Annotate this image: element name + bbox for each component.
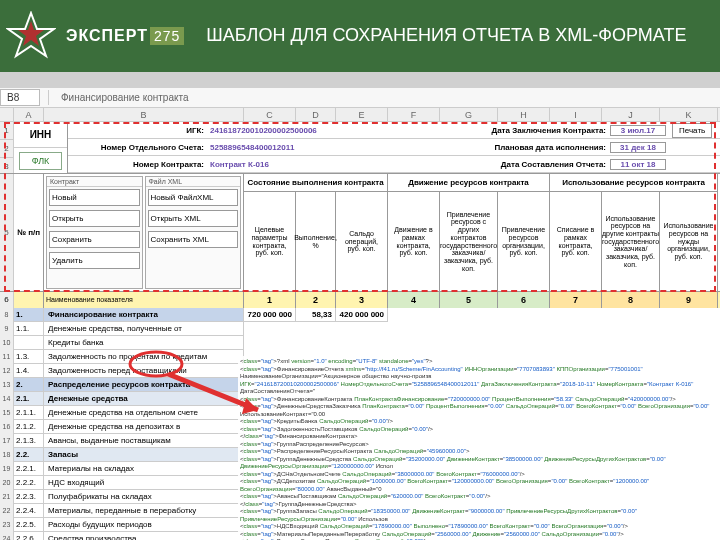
ctx-new-button[interactable]: Новый: [49, 189, 140, 206]
spreadsheet-area: 123 ИНН ФЛК ИГК:241618720010200002500006…: [0, 122, 720, 540]
ctx-open-button[interactable]: Открыть: [49, 210, 140, 227]
formula-bar: B8 Финансирование контракта: [0, 88, 720, 108]
inn-label: ИНН: [14, 122, 67, 148]
row-num-header: № п/п: [14, 174, 44, 291]
ctx-save-button[interactable]: Сохранить: [49, 231, 140, 248]
ctx-save-xml-button[interactable]: Сохранить XML: [148, 231, 239, 248]
page-title: ШАБЛОН ДЛЯ СОХРАНЕНИЯ ОТЧЕТА В XML-ФОРМА…: [206, 25, 686, 47]
cell-reference-box[interactable]: B8: [0, 89, 40, 106]
xml-preview-overlay: <class="tag">?xml version="1.0" encoding…: [238, 356, 720, 540]
star-logo-icon: [6, 11, 56, 61]
ribbon-placeholder: [0, 72, 720, 88]
brand-name: ЭКСПЕРТ275: [66, 27, 184, 45]
number-header-row: 6 Наименование показателя 1 2 3 4 5 6 7 …: [0, 292, 720, 308]
print-button[interactable]: Печать: [672, 123, 712, 138]
ctx-open-xml-button[interactable]: Открыть XML: [148, 210, 239, 227]
flk-button[interactable]: ФЛК: [19, 152, 63, 170]
ctx-delete-button[interactable]: Удалить: [49, 252, 140, 269]
table-row[interactable]: 81.Финансирование контракта720 000 00058…: [0, 308, 720, 322]
table-row[interactable]: 91.1.Денежные средства, полученные от: [0, 322, 720, 336]
app-header: ЭКСПЕРТ275 ШАБЛОН ДЛЯ СОХРАНЕНИЯ ОТЧЕТА …: [0, 0, 720, 72]
table-row[interactable]: 10Кредиты банка: [0, 336, 720, 350]
column-headers: A B C D E F G H I J K: [0, 108, 720, 122]
cell-value-display: Финансирование контракта: [48, 90, 201, 105]
ctx-new-xml-button[interactable]: Новый ФайлXML: [148, 189, 239, 206]
context-menu-panel: Контракт Новый Открыть Сохранить Удалить…: [44, 174, 244, 291]
